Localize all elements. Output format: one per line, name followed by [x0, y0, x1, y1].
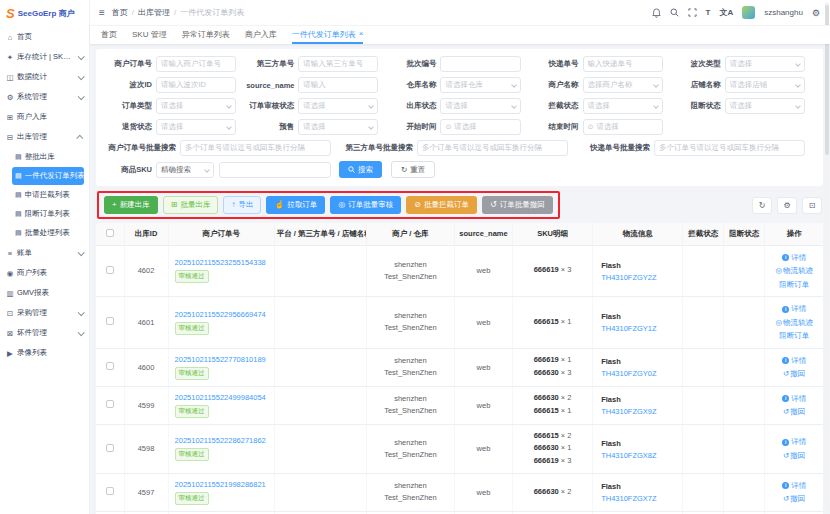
sidebar-item-出库管理[interactable]: ⊟出库管理	[5, 127, 84, 147]
filter-input-批次编号[interactable]	[440, 56, 520, 72]
sidebar-subitem-批量处理列表[interactable]: ▤批量处理列表	[12, 224, 84, 242]
row-checkbox[interactable]	[106, 362, 114, 370]
op-详情[interactable]: i详情	[768, 251, 820, 265]
order-number-link[interactable]: 2025102115522286271862	[175, 436, 271, 445]
gear-icon[interactable]: ⚙	[777, 197, 797, 214]
sidebar-item-首页[interactable]: ⌂首页	[5, 27, 84, 47]
reset-button[interactable]: ↻ 重置	[391, 161, 435, 178]
sidebar-collapse-icon[interactable]: ≡	[99, 7, 105, 18]
breadcrumb-item[interactable]: 首页	[112, 7, 128, 18]
filter-input-source_name[interactable]: 请输入	[298, 77, 378, 93]
op-撤回[interactable]: ↺撤回	[768, 492, 820, 506]
filter-select-订单审核状态[interactable]: 请选择	[298, 98, 378, 114]
sidebar-item-坏件管理[interactable]: ⊠坏件管理	[5, 323, 84, 343]
tracking-number-link[interactable]: TH4310FZGY0Z	[601, 369, 679, 378]
op-撤回[interactable]: ↺撤回	[768, 367, 820, 381]
order-number-link[interactable]: 2025102115522770810189	[175, 355, 271, 364]
sidebar-subitem-阻断订单列表[interactable]: ▤阻断订单列表	[12, 205, 84, 223]
tab-商户入库[interactable]: 商户入库	[245, 26, 277, 44]
row-checkbox[interactable]	[106, 400, 114, 408]
tracking-number-link[interactable]: TH4310FZGX8Z	[601, 451, 679, 460]
op-物流轨迹[interactable]: ◎物流轨迹	[768, 316, 820, 330]
filter-date-结束时间[interactable]: ⊙请选择	[583, 119, 663, 135]
tab-异常订单列表[interactable]: 异常订单列表	[182, 26, 230, 44]
tracking-number-link[interactable]: TH4310FZGY1Z	[601, 324, 679, 333]
gear-icon[interactable]: ⚙	[812, 8, 820, 18]
filter-date-开始时间[interactable]: ⊙请选择	[440, 119, 520, 135]
notification-icon[interactable]	[652, 8, 661, 18]
sku-search-input[interactable]	[219, 162, 331, 178]
tracking-number-link[interactable]: TH4310FZGX7Z	[601, 494, 679, 503]
row-checkbox[interactable]	[106, 317, 114, 325]
op-物流轨迹[interactable]: ◎物流轨迹	[768, 264, 820, 278]
sku-search-mode-select[interactable]: 精确搜索	[156, 162, 214, 178]
search-button[interactable]: 搜索	[339, 161, 382, 178]
tab-首页[interactable]: 首页	[101, 26, 117, 44]
tracking-number-link[interactable]: TH4310FZGY2Z	[601, 273, 679, 282]
op-阻断订单[interactable]: 阻断订单	[768, 329, 820, 343]
sidebar-item-采购管理[interactable]: ⊡采购管理	[5, 303, 84, 323]
filter-select-出库状态[interactable]: 请选择	[440, 98, 520, 114]
select-all-checkbox[interactable]	[106, 229, 114, 237]
filter-input-波次ID[interactable]: 请输入波次ID	[156, 77, 236, 93]
filter-input-第三方单号[interactable]: 请输入第三方单号	[298, 56, 378, 72]
sidebar-item-录像列表[interactable]: ▶录像列表	[5, 343, 84, 363]
sidebar-item-数据统计[interactable]: ◫数据统计	[5, 67, 84, 87]
username[interactable]: szshanghu	[764, 8, 803, 17]
avatar[interactable]	[742, 6, 755, 19]
translate-icon[interactable]: 文A	[719, 7, 733, 18]
订单批量撤回-button[interactable]: ↺订单批量撤回	[482, 196, 553, 214]
filter-input-商户订单号[interactable]: 请输入商户订单号	[156, 56, 236, 72]
op-详情[interactable]: i详情	[768, 354, 820, 368]
filter-select-店铺名称[interactable]: 请选择店铺	[725, 77, 805, 93]
filter-select-预售[interactable]: 请选择	[298, 119, 378, 135]
sidebar-subitem-一件代发订单列表[interactable]: ▤一件代发订单列表	[12, 167, 84, 185]
sidebar-item-系统管理[interactable]: ⚙系统管理	[5, 87, 84, 107]
filter-textarea-第三方单号批量搜索[interactable]: 多个订单号请以逗号或回车换行分隔	[417, 140, 568, 156]
filter-select-商户名称[interactable]: 选择商户名称	[583, 77, 663, 93]
sidebar-item-账单[interactable]: ≡账单	[5, 243, 84, 263]
order-number-link[interactable]: 2025102115523255154338	[175, 258, 271, 267]
vertical-scrollbar[interactable]	[825, 2, 829, 511]
sidebar-subitem-整批出库[interactable]: ▤整批出库	[12, 148, 84, 166]
font-size-icon[interactable]: T	[706, 8, 711, 17]
filter-select-退货状态[interactable]: 请选择	[156, 119, 236, 135]
导出-button[interactable]: ↑导出	[223, 196, 261, 214]
tab-SKU 管理[interactable]: SKU 管理	[132, 26, 167, 44]
filter-select-阻断状态[interactable]: 请选择	[725, 98, 805, 114]
拉取订单-button[interactable]: ☝拉取订单	[266, 196, 325, 214]
expand-icon[interactable]: ⊡	[802, 197, 822, 214]
订单批量审核-button[interactable]: ◎订单批量审核	[330, 196, 401, 214]
sidebar-item-库存统计 | SKU管理[interactable]: ✦库存统计 | SKU管理	[5, 47, 84, 67]
tracking-number-link[interactable]: TH4310FZGX9Z	[601, 407, 679, 416]
fullscreen-icon[interactable]	[688, 8, 697, 17]
sidebar-item-商户列表[interactable]: ◉商户列表	[5, 263, 84, 283]
op-详情[interactable]: i详情	[768, 479, 820, 493]
filter-textarea-商户订单号批量搜索[interactable]: 多个订单号请以逗号或回车换行分隔	[180, 140, 331, 156]
sidebar-subitem-申请拦截列表[interactable]: ▤申请拦截列表	[12, 186, 84, 204]
filter-input-快递单号[interactable]: 输入快递单号	[583, 56, 663, 72]
close-icon[interactable]: ×	[359, 30, 364, 38]
filter-select-订单类型[interactable]: 请选择	[156, 98, 236, 114]
filter-select-仓库名称[interactable]: 请选择仓库	[440, 77, 520, 93]
op-撤回[interactable]: ↺撤回	[768, 449, 820, 463]
op-详情[interactable]: i详情	[768, 435, 820, 449]
order-number-link[interactable]: 2025102115521998286821	[175, 480, 271, 489]
新建出库-button[interactable]: +新建出库	[104, 196, 158, 214]
filter-textarea-快递单号批量搜索[interactable]: 多个订单号请以逗号或回车换行分隔	[654, 140, 805, 156]
order-number-link[interactable]: 2025102115522499984054	[175, 393, 271, 402]
批量出库-button[interactable]: ⊞批量出库	[163, 196, 219, 214]
breadcrumb-item[interactable]: 出库管理	[138, 7, 170, 18]
op-阻断订单[interactable]: 阻断订单	[768, 278, 820, 292]
op-撤回[interactable]: ↺撤回	[768, 405, 820, 419]
tab-一件代发订单列表[interactable]: 一件代发订单列表×	[292, 26, 364, 44]
row-checkbox[interactable]	[106, 444, 114, 452]
批量拦截订单-button[interactable]: ⊘批量拦截订单	[406, 196, 477, 214]
op-详情[interactable]: i详情	[768, 302, 820, 316]
row-checkbox[interactable]	[106, 487, 114, 495]
order-number-link[interactable]: 2025102115522956669474	[175, 310, 271, 319]
op-详情[interactable]: i详情	[768, 392, 820, 406]
sidebar-item-GMV报表[interactable]: ▥GMV报表	[5, 283, 84, 303]
search-icon[interactable]	[670, 8, 679, 17]
sidebar-item-商户入库[interactable]: ⊞商户入库	[5, 107, 84, 127]
